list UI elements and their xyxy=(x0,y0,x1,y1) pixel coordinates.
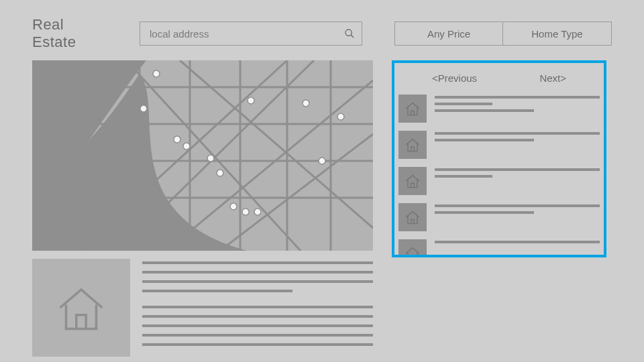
list-thumb xyxy=(398,203,427,231)
search-icon xyxy=(344,28,355,39)
text-line xyxy=(435,211,534,214)
detail-thumbnail[interactable] xyxy=(32,259,130,357)
text-line xyxy=(435,132,600,135)
brand-title: Real Estate xyxy=(32,16,107,51)
text-line xyxy=(142,324,373,327)
svg-point-29 xyxy=(230,203,237,210)
filter-group: Any Price Home Type xyxy=(394,21,612,46)
main-content: <Previous Next> xyxy=(0,60,644,357)
home-icon xyxy=(51,278,111,338)
list-item[interactable] xyxy=(398,90,600,127)
text-line xyxy=(142,290,292,292)
text-line xyxy=(435,204,600,207)
home-icon xyxy=(403,135,422,154)
map-view[interactable] xyxy=(32,60,373,251)
svg-point-0 xyxy=(345,29,352,36)
list-thumb xyxy=(398,95,427,123)
list-text xyxy=(435,167,600,182)
text-line xyxy=(435,96,600,99)
text-line xyxy=(142,271,373,274)
list-item[interactable] xyxy=(398,127,600,163)
listings-container xyxy=(394,90,604,257)
text-line xyxy=(435,109,534,112)
svg-line-1 xyxy=(351,35,354,38)
text-line xyxy=(435,175,492,178)
svg-point-24 xyxy=(174,136,180,143)
listings-panel: <Previous Next> xyxy=(392,60,606,257)
svg-point-26 xyxy=(207,155,214,162)
svg-point-30 xyxy=(242,208,249,215)
search-input[interactable] xyxy=(150,28,344,40)
text-line xyxy=(435,139,534,141)
list-thumb xyxy=(398,167,427,195)
text-line xyxy=(142,306,373,308)
list-text xyxy=(435,239,600,247)
svg-point-19 xyxy=(153,70,160,77)
svg-point-27 xyxy=(217,170,223,176)
home-icon xyxy=(403,208,422,227)
home-icon xyxy=(403,99,422,118)
search-box[interactable] xyxy=(140,21,362,46)
svg-point-28 xyxy=(319,158,325,164)
header: Real Estate Any Price Home Type xyxy=(0,0,644,60)
list-thumb xyxy=(398,239,427,257)
text-line xyxy=(435,103,492,105)
filter-hometype-button[interactable]: Home Type xyxy=(503,21,612,46)
pager: <Previous Next> xyxy=(394,63,604,90)
text-line xyxy=(435,168,600,171)
map-graphic xyxy=(32,60,373,251)
next-link[interactable]: Next> xyxy=(539,72,566,84)
previous-link[interactable]: <Previous xyxy=(432,72,477,84)
left-column xyxy=(32,60,373,357)
svg-point-31 xyxy=(254,208,261,215)
list-item[interactable] xyxy=(398,235,600,257)
text-line xyxy=(142,343,373,346)
svg-point-20 xyxy=(140,105,147,112)
home-icon xyxy=(403,244,422,257)
text-line xyxy=(142,315,373,318)
list-item[interactable] xyxy=(398,163,600,199)
list-text xyxy=(435,131,600,145)
filter-price-button[interactable]: Any Price xyxy=(394,21,503,46)
list-item[interactable] xyxy=(398,199,600,235)
home-icon xyxy=(403,172,422,190)
detail-panel xyxy=(32,259,373,357)
text-line xyxy=(142,334,373,337)
svg-point-23 xyxy=(337,113,344,120)
svg-point-25 xyxy=(183,143,190,149)
text-line xyxy=(435,241,600,243)
list-text xyxy=(435,95,600,116)
list-thumb xyxy=(398,131,427,159)
text-line xyxy=(142,261,373,264)
list-text xyxy=(435,203,600,218)
text-line xyxy=(142,280,373,283)
svg-point-22 xyxy=(303,100,309,107)
svg-point-21 xyxy=(248,97,254,104)
detail-text xyxy=(142,259,373,357)
